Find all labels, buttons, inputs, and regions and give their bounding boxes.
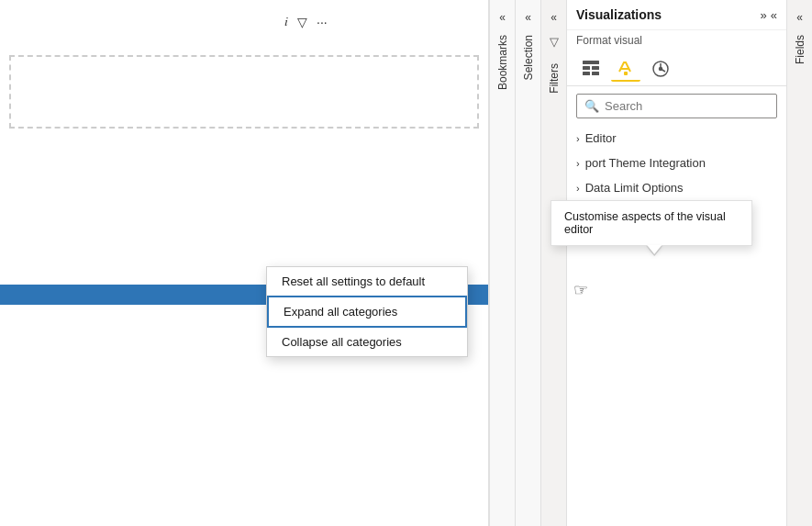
viz-panel-expand-collapse[interactable]: » « — [761, 8, 777, 22]
tooltip-arrow — [647, 245, 662, 254]
viz-panel-subtitle: Format visual — [567, 30, 786, 52]
side-panels: « Bookmarks « Selection « ▽ Filters Visu… — [489, 0, 812, 526]
viz-panel: Visualizations » « Format visual — [566, 0, 786, 526]
selection-label[interactable]: Selection — [518, 28, 539, 87]
mouse-cursor: ☞ — [573, 280, 588, 300]
selection-collapse-icon[interactable]: « — [521, 7, 535, 28]
svg-rect-4 — [592, 72, 599, 75]
editor-label: Editor — [585, 131, 617, 145]
tooltip-text: Customise aspects of the visual editor — [564, 210, 726, 236]
context-menu-item-reset[interactable]: Reset all settings to default — [267, 267, 467, 296]
more-icon[interactable]: ··· — [317, 15, 328, 29]
svg-point-8 — [660, 68, 662, 71]
canvas-area: 𝑖 ▽ ··· Reset all settings to default Ex… — [0, 0, 489, 526]
canvas-toolbar: 𝑖 ▽ ··· — [284, 14, 328, 29]
info-icon: 𝑖 — [284, 14, 288, 29]
viz-section-editor[interactable]: › Editor — [567, 126, 786, 151]
bookmarks-collapse-icon[interactable]: « — [495, 7, 509, 28]
filters-filter-icon: ▽ — [546, 31, 562, 52]
fields-label[interactable]: Fields — [790, 28, 810, 72]
svg-rect-6 — [624, 72, 628, 75]
viz-expand-icon[interactable]: » — [761, 8, 767, 22]
canvas-dashed-area — [9, 55, 479, 129]
svg-rect-3 — [583, 72, 590, 75]
svg-rect-2 — [592, 66, 599, 70]
filter-icon[interactable]: ▽ — [297, 15, 307, 29]
viz-format-icon-btn[interactable] — [611, 56, 640, 82]
fields-panel[interactable]: « Fields — [786, 0, 812, 526]
context-menu-item-collapse[interactable]: Collapse all categories — [267, 328, 467, 356]
editor-chevron: › — [576, 133, 580, 144]
filters-panel[interactable]: « ▽ Filters — [540, 0, 566, 526]
viz-collapse-icon[interactable]: « — [771, 8, 777, 22]
viz-table-icon-btn[interactable] — [576, 56, 606, 82]
svg-rect-1 — [583, 66, 590, 70]
bookmarks-panel[interactable]: « Bookmarks — [489, 0, 515, 526]
context-menu-item-expand[interactable]: Expand all categories — [267, 296, 467, 328]
viz-analytics-icon-btn[interactable] — [646, 56, 675, 82]
search-icon: 🔍 — [584, 99, 599, 113]
bookmarks-label[interactable]: Bookmarks — [493, 28, 513, 97]
selection-panel[interactable]: « Selection — [515, 0, 540, 526]
theme-label: port Theme Integration — [585, 156, 706, 170]
viz-section-data-limit[interactable]: › Data Limit Options — [567, 175, 786, 200]
viz-panel-header: Visualizations » « — [567, 0, 786, 30]
app-container: 𝑖 ▽ ··· Reset all settings to default Ex… — [0, 0, 812, 526]
data-limit-label: Data Limit Options — [585, 181, 684, 195]
svg-rect-0 — [583, 61, 599, 64]
tooltip-box: Customise aspects of the visual editor — [551, 200, 752, 246]
filters-label[interactable]: Filters — [544, 56, 564, 101]
search-input[interactable] — [605, 99, 769, 113]
viz-panel-title: Visualizations — [576, 7, 662, 22]
viz-search-box[interactable]: 🔍 — [576, 94, 777, 118]
data-limit-chevron: › — [576, 183, 580, 194]
context-menu: Reset all settings to default Expand all… — [266, 266, 468, 357]
viz-section-theme[interactable]: › port Theme Integration — [567, 151, 786, 175]
filters-collapse-icon[interactable]: « — [547, 7, 561, 28]
fields-collapse-icon[interactable]: « — [793, 7, 806, 28]
viz-icon-toolbar — [567, 52, 786, 86]
theme-chevron: › — [576, 158, 580, 169]
